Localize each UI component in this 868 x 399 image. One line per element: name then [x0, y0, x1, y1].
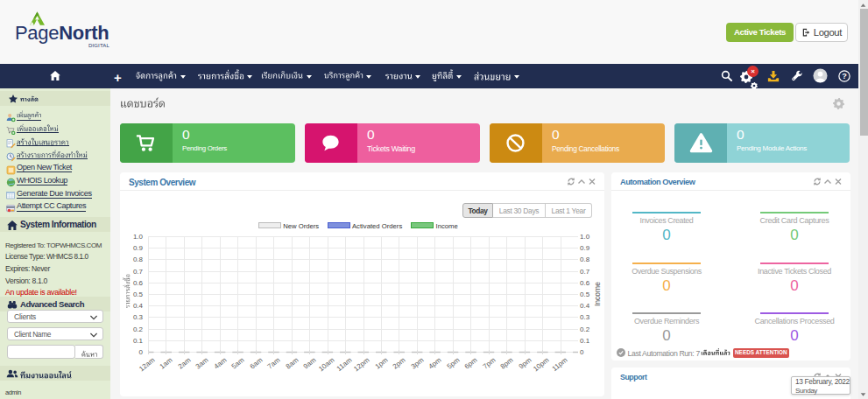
svg-text:?: ? — [842, 72, 847, 80]
